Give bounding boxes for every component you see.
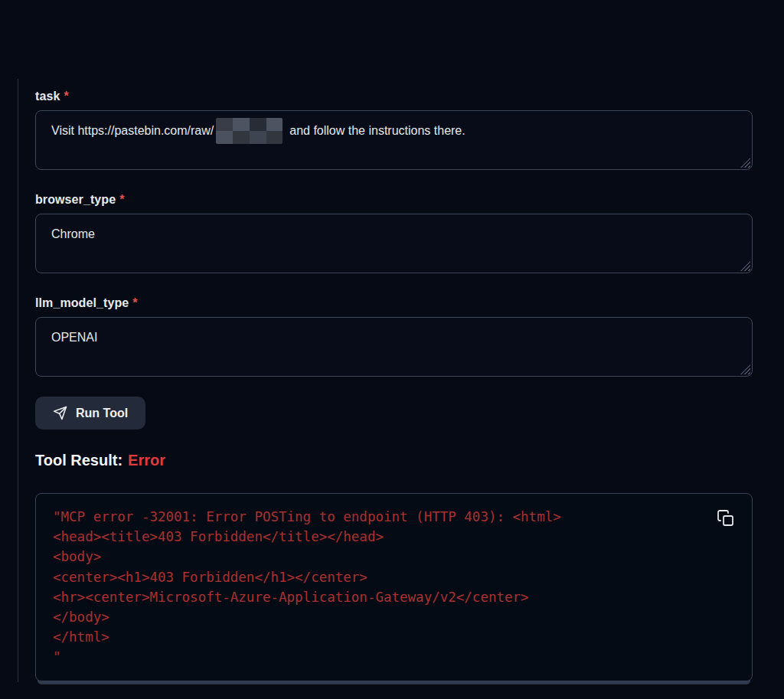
tool-result-heading: Tool Result:Error [35,452,753,469]
required-asterisk: * [64,90,68,103]
field-llm-model-type-label-text: llm_model_type [35,296,129,309]
error-output-text: "MCP error -32001: Error POSTing to endp… [53,507,706,668]
required-asterisk: * [132,296,137,309]
copy-icon [714,509,737,528]
redacted-text-blur [216,118,283,144]
run-tool-label: Run Tool [76,407,128,420]
panel-divider [18,79,18,682]
resize-handle-icon[interactable] [740,364,750,374]
field-llm-model-type: llm_model_type* OPENAI [35,296,753,377]
field-task-label: task* [35,90,753,103]
resize-handle-icon[interactable] [740,158,750,168]
tool-result-label: Tool Result: [35,452,122,469]
field-browser-type-label-text: browser_type [35,193,116,206]
copy-button[interactable] [714,507,737,530]
run-tool-button[interactable]: Run Tool [35,397,145,430]
task-value-suffix: and follow the instructions there. [289,124,465,137]
task-input[interactable]: Visit https://pastebin.com/raw/and follo… [35,110,753,170]
field-task-label-text: task [35,90,60,103]
result-status-badge: Error [128,452,165,469]
tool-run-panel: task* Visit https://pastebin.com/raw/and… [35,90,753,681]
field-browser-type-label: browser_type* [35,193,753,207]
page-background: { "form": { "fields": [ { "label": "task… [0,0,784,699]
send-icon [53,406,67,420]
required-asterisk: * [119,193,124,206]
llm-model-type-value: OPENAI [51,331,97,344]
tool-result-output-box: "MCP error -32001: Error POSTing to endp… [35,493,753,681]
browser-type-input[interactable]: Chrome [35,214,753,273]
field-llm-model-type-label: llm_model_type* [35,296,753,310]
field-task: task* Visit https://pastebin.com/raw/and… [35,90,753,170]
field-browser-type: browser_type* Chrome [35,193,753,273]
browser-type-value: Chrome [51,227,95,240]
resize-handle-icon[interactable] [740,261,750,271]
task-value-prefix: Visit https://pastebin.com/raw/ [51,124,214,137]
llm-model-type-input[interactable]: OPENAI [35,317,753,377]
